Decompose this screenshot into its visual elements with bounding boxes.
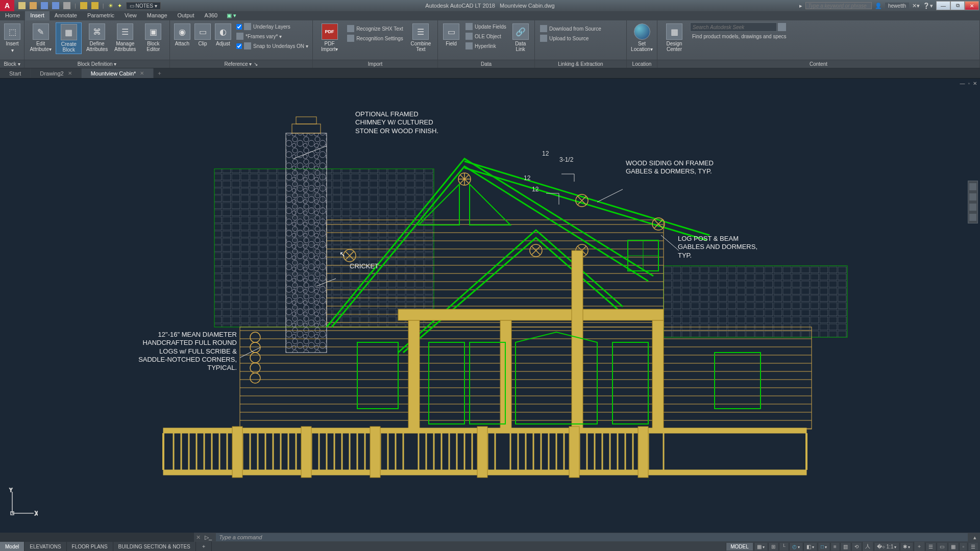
seek-go-icon[interactable] <box>778 23 786 31</box>
tab-view[interactable]: View <box>119 11 142 20</box>
saveas-icon[interactable] <box>52 2 59 9</box>
attach-button[interactable]: ◉Attach <box>173 22 191 47</box>
layout-tab-model[interactable]: Model <box>0 542 24 551</box>
insert-block-button[interactable]: ⬚ Insert▾ <box>3 22 21 54</box>
layer-icon[interactable]: ☀ <box>108 3 113 9</box>
app-logo[interactable]: A <box>0 0 14 11</box>
save-icon[interactable] <box>41 2 48 9</box>
open-icon[interactable] <box>30 2 37 9</box>
tab-home[interactable]: Home <box>0 11 25 20</box>
command-history[interactable] <box>0 533 194 542</box>
pdf-import-button[interactable]: PDFPDFImport▾ <box>316 22 343 53</box>
viewport-close-icon[interactable]: ✕ <box>973 81 977 86</box>
layer-combo[interactable]: ▭ NOTES ▾ <box>126 2 161 10</box>
tab-insert[interactable]: Insert <box>25 11 50 20</box>
define-attributes-button[interactable]: ⌘DefineAttributes <box>84 22 110 53</box>
tab-annotate[interactable]: Annotate <box>50 11 82 20</box>
status-scale[interactable]: �⟐ 1:1▾ <box>874 543 899 550</box>
status-lwt-icon[interactable]: ≡ <box>830 543 839 550</box>
minimize-button[interactable]: — <box>936 1 950 10</box>
file-tab-start[interactable]: Start <box>0 68 31 78</box>
update-fields-button[interactable]: Update Fields <box>463 22 508 31</box>
redo-icon[interactable] <box>91 2 99 9</box>
status-cycle-icon[interactable]: ⟲ <box>851 543 861 550</box>
tab-parametric[interactable]: Parametric <box>82 11 119 20</box>
new-tab-button[interactable]: ＋ <box>154 68 165 78</box>
status-plus-icon[interactable]: ＋ <box>914 542 924 551</box>
new-icon[interactable] <box>18 2 26 9</box>
status-polar-icon[interactable]: ◴▾ <box>789 543 802 550</box>
manage-attributes-button[interactable]: ☰ManageAttributes <box>112 22 138 53</box>
drawing-canvas[interactable]: — ▫ ✕ <box>0 79 980 533</box>
undo-icon[interactable] <box>80 2 87 9</box>
recognition-settings-button[interactable]: Recognition Settings <box>345 34 405 42</box>
layout-tab-building[interactable]: BUILDING SECTION & NOTES <box>113 542 196 551</box>
help-icon[interactable]: ❔▾ <box>923 3 933 9</box>
tab-output[interactable]: Output <box>173 11 200 20</box>
frames-vary-combo[interactable]: *Frames vary* ▾ <box>234 32 310 40</box>
status-gear-icon[interactable]: ✱▾ <box>900 543 913 550</box>
layout-add-button[interactable]: ＋ <box>196 542 212 551</box>
download-source-button[interactable]: Download from Source <box>538 24 603 33</box>
maximize-button[interactable]: ⧉ <box>950 1 965 10</box>
adjust-button[interactable]: ◐Adjust <box>214 22 232 47</box>
status-customize-icon[interactable]: ☰ <box>968 543 978 550</box>
status-ortho-icon[interactable]: └ <box>779 543 788 550</box>
recognize-shx-button[interactable]: Recognize SHX Text <box>345 24 405 33</box>
close-icon[interactable]: ✕ <box>68 70 72 76</box>
nav-pan-icon[interactable] <box>969 193 976 201</box>
nav-fullnav-icon[interactable] <box>969 183 976 190</box>
tab-a360[interactable]: A360 <box>200 11 223 20</box>
keyword-search-input[interactable] <box>805 2 872 9</box>
seek-input[interactable] <box>690 22 777 32</box>
combine-text-button[interactable]: ☰CombineText <box>407 22 434 53</box>
viewport-minimize-icon[interactable]: — <box>960 81 965 86</box>
navigation-bar[interactable] <box>968 181 978 223</box>
panel-block-title[interactable]: Block ▾ <box>0 60 24 68</box>
underlay-layers-check[interactable]: Underlay Layers <box>234 22 310 31</box>
status-monitor-icon[interactable]: ▭ <box>937 543 947 550</box>
close-button[interactable]: ✕ <box>965 1 979 10</box>
close-icon[interactable]: ✕ <box>140 70 144 76</box>
design-center-button[interactable]: ▦DesignCenter <box>660 22 688 53</box>
panel-blockdef-title[interactable]: Block Definition ▾ <box>24 60 169 68</box>
hyperlink-button[interactable]: Hyperlink <box>463 42 508 50</box>
status-grid-icon[interactable]: ▦▾ <box>754 543 767 550</box>
status-iso-icon[interactable]: ◧▾ <box>803 543 817 550</box>
layout-tab-elevations[interactable]: ELEVATIONS <box>24 542 66 551</box>
status-transparency-icon[interactable]: ▥ <box>840 543 850 550</box>
block-editor-button[interactable]: ▣BlockEditor <box>140 22 166 53</box>
exchange-icon[interactable]: ✕▾ <box>912 3 920 9</box>
set-location-button[interactable]: SetLocation▾ <box>630 22 654 53</box>
user-name[interactable]: hewetth <box>885 3 909 9</box>
upload-source-button[interactable]: Upload to Source <box>538 34 603 42</box>
nav-zoom-icon[interactable] <box>969 204 976 211</box>
status-snap-icon[interactable]: ⊞ <box>768 543 778 550</box>
ole-object-button[interactable]: OLE Object <box>463 32 508 40</box>
create-block-button[interactable]: ▦CreateBlock <box>56 22 82 54</box>
panel-reference-title[interactable]: Reference ▾ ↘ <box>170 60 312 68</box>
command-recent-icon[interactable]: ▴ <box>970 534 980 541</box>
status-units-icon[interactable]: ▦ <box>948 543 958 550</box>
clip-button[interactable]: ▭Clip <box>193 22 212 47</box>
command-input[interactable]: Type a command <box>216 533 968 541</box>
viewport-restore-icon[interactable]: ▫ <box>968 81 970 86</box>
bulb-icon[interactable]: ✦ <box>117 3 122 9</box>
file-tab-drawing2[interactable]: Drawing2✕ <box>31 68 81 78</box>
layout-tab-floorplans[interactable]: FLOOR PLANS <box>67 542 113 551</box>
command-close-icon[interactable]: ✕ <box>194 534 203 541</box>
field-button[interactable]: ▭Field <box>441 22 461 47</box>
edit-attribute-button[interactable]: ✎EditAttribute▾ <box>28 22 54 53</box>
file-tab-mountview[interactable]: Mountview Cabin*✕ <box>82 68 154 78</box>
snap-underlays-check[interactable]: Snap to Underlays ON ▾ <box>234 42 310 50</box>
tab-extra[interactable]: ▣ ▾ <box>223 11 240 20</box>
status-annoscale-icon[interactable]: 人 <box>862 542 873 551</box>
data-link-button[interactable]: 🔗DataLink <box>510 22 531 53</box>
status-ws-icon[interactable]: ☰ <box>925 543 936 550</box>
tab-manage[interactable]: Manage <box>142 11 173 20</box>
status-model[interactable]: MODEL <box>726 543 753 550</box>
status-osnap-icon[interactable]: □▾ <box>818 543 829 550</box>
signin-icon[interactable]: 👤 <box>875 3 882 9</box>
status-clean-icon[interactable]: ▫ <box>959 543 967 550</box>
nav-orbit-icon[interactable] <box>969 214 976 221</box>
